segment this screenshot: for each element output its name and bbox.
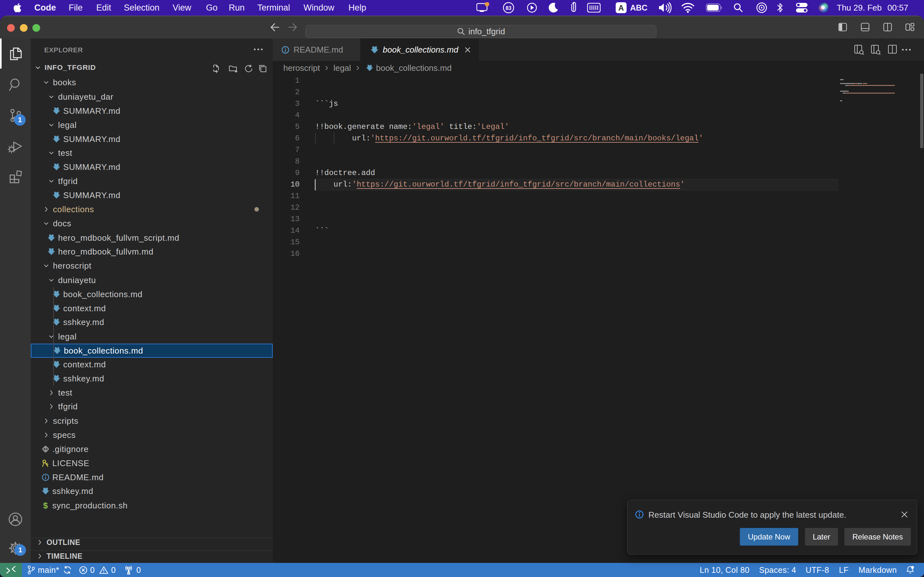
svg-text:83: 83 (506, 5, 511, 11)
svg-text:A: A (618, 3, 624, 12)
